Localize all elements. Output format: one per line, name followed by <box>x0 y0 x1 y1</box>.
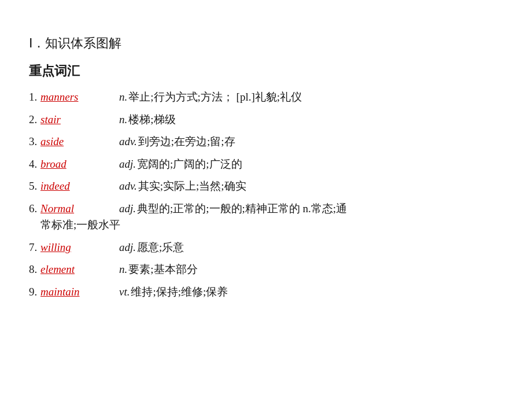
item-def: 宽阔的;广阔的;广泛的 <box>137 156 503 173</box>
item-number: 9. <box>29 284 40 301</box>
vocab-heading: 重点词汇 <box>29 62 503 80</box>
item-def: 到旁边;在旁边;留;存 <box>138 134 503 150</box>
item-pos: adj. <box>119 201 136 217</box>
list-item: 9. maintain vt. 维持;保持;维修;保养 <box>29 284 503 301</box>
item-number: 1. <box>29 89 40 106</box>
item-def: 楼梯;梯级 <box>128 112 503 128</box>
item-word: indeed <box>40 178 116 195</box>
item-number: 8. <box>29 261 40 278</box>
item-number: 3. <box>29 134 40 150</box>
item-word: aside <box>40 134 116 150</box>
list-item: 8. element n. 要素;基本部分 <box>29 261 503 278</box>
item-number: 5. <box>29 178 40 195</box>
item-pos: adj. <box>119 156 136 173</box>
list-item: 6. Normal adj. 典型的;正常的;一般的;精神正常的 n.常态;通 … <box>29 201 503 234</box>
item-def: 维持;保持;维修;保养 <box>131 284 503 301</box>
item-word: Normal <box>40 201 116 217</box>
item-pos: n. <box>119 112 127 128</box>
item-number: 2. <box>29 112 40 128</box>
item-def: 典型的;正常的;一般的;精神正常的 n.常态;通 <box>137 201 503 217</box>
item-def: 要素;基本部分 <box>128 261 503 278</box>
item-def: 其实;实际上;当然;确实 <box>138 178 503 195</box>
item-pos: vt. <box>119 284 130 301</box>
item-number: 6. <box>29 201 40 217</box>
list-item: 7. willing adj. 愿意;乐意 <box>29 239 503 256</box>
item-pos: n. <box>119 89 127 106</box>
list-item: 5. indeed adv. 其实;实际上;当然;确实 <box>29 178 503 195</box>
item-pos: adv. <box>119 134 137 150</box>
item-pos: adj. <box>119 239 136 256</box>
item-word: broad <box>40 156 116 173</box>
list-item: 2. stair n. 楼梯;梯级 <box>29 112 503 128</box>
item-word: manners <box>40 89 116 106</box>
vocab-list: 1. manners n. 举止;行为方式;方法； [pl.]礼貌;礼仪 2. … <box>29 89 503 300</box>
list-item: 1. manners n. 举止;行为方式;方法； [pl.]礼貌;礼仪 <box>29 89 503 106</box>
item-word: stair <box>40 112 116 128</box>
item-word: element <box>40 261 116 278</box>
page-container: Ⅰ．知识体系图解 重点词汇 1. manners n. 举止;行为方式;方法； … <box>0 0 532 399</box>
section-title: Ⅰ．知识体系图解 <box>29 35 503 52</box>
item-def: 愿意;乐意 <box>137 239 503 256</box>
list-item: 4. broad adj. 宽阔的;广阔的;广泛的 <box>29 156 503 173</box>
item-word: maintain <box>40 284 116 301</box>
item-def: 举止;行为方式;方法； [pl.]礼貌;礼仪 <box>128 89 503 106</box>
list-item: 3. aside adv. 到旁边;在旁边;留;存 <box>29 134 503 150</box>
item-def-continued: 常标准;一般水平 <box>29 217 503 234</box>
item-pos: n. <box>119 261 127 278</box>
item-word: willing <box>40 239 116 256</box>
item-number: 7. <box>29 239 40 256</box>
item-number: 4. <box>29 156 40 173</box>
item-pos: adv. <box>119 178 137 195</box>
